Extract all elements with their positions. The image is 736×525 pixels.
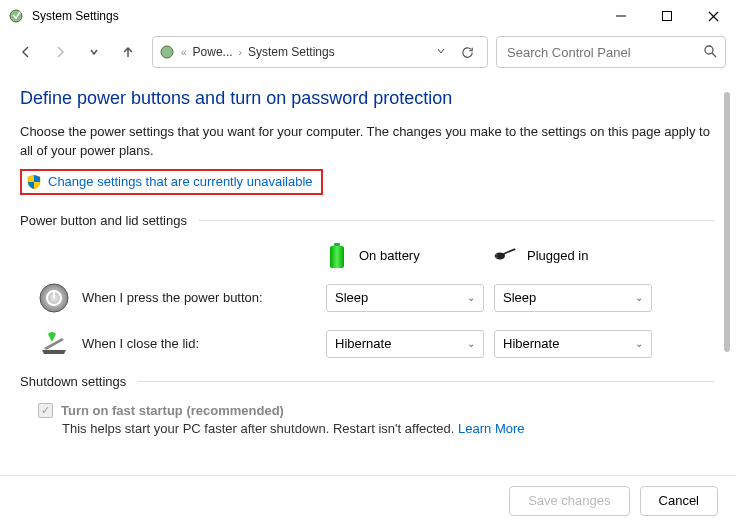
power-button-row: When I press the power button: Sleep ⌄ S… [20, 282, 714, 314]
section-header: Power button and lid settings [20, 213, 714, 228]
column-label: Plugged in [527, 248, 588, 263]
breadcrumb-sep-icon: « [181, 47, 187, 58]
search-icon[interactable] [703, 44, 717, 61]
svg-rect-12 [495, 257, 498, 258]
section-title: Shutdown settings [20, 374, 126, 389]
breadcrumb-item[interactable]: System Settings [248, 45, 335, 59]
lid-battery-select[interactable]: Hibernate ⌄ [326, 330, 484, 358]
svg-point-6 [705, 46, 713, 54]
scrollbar-thumb[interactable] [724, 92, 730, 352]
checkbox-description: This helps start your PC faster after sh… [62, 421, 458, 436]
forward-button[interactable] [44, 36, 76, 68]
fast-startup-checkbox: ✓ [38, 403, 53, 418]
checkbox-label: Turn on fast startup (recommended) [61, 403, 284, 418]
column-header-plugged: Plugged in [493, 242, 661, 270]
cancel-button[interactable]: Cancel [640, 486, 718, 516]
page-description: Choose the power settings that you want … [20, 123, 714, 161]
nav-toolbar: « Powe... › System Settings [0, 32, 736, 72]
address-bar[interactable]: « Powe... › System Settings [152, 36, 488, 68]
svg-point-5 [161, 46, 173, 58]
recent-dropdown[interactable] [78, 36, 110, 68]
power-button-icon [38, 282, 70, 314]
refresh-button[interactable] [453, 45, 481, 60]
column-label: On battery [359, 248, 420, 263]
svg-rect-8 [334, 243, 340, 246]
svg-point-0 [10, 10, 22, 22]
lid-plugged-select[interactable]: Hibernate ⌄ [494, 330, 652, 358]
section-header: Shutdown settings [20, 374, 714, 389]
row-label: When I close the lid: [82, 336, 326, 351]
save-button[interactable]: Save changes [509, 486, 629, 516]
change-settings-link[interactable]: Change settings that are currently unava… [48, 174, 313, 189]
chevron-down-icon: ⌄ [467, 292, 475, 303]
minimize-button[interactable] [598, 0, 644, 32]
svg-line-7 [712, 53, 716, 57]
folder-icon [159, 44, 175, 60]
svg-rect-2 [663, 12, 672, 21]
section-title: Power button and lid settings [20, 213, 187, 228]
chevron-down-icon: ⌄ [467, 338, 475, 349]
check-icon: ✓ [41, 404, 50, 417]
power-button-battery-select[interactable]: Sleep ⌄ [326, 284, 484, 312]
learn-more-link[interactable]: Learn More [458, 421, 524, 436]
shield-icon [26, 174, 42, 190]
footer-bar: Save changes Cancel [0, 475, 736, 525]
row-label: When I press the power button: [82, 290, 326, 305]
page-title: Define power buttons and turn on passwor… [20, 88, 714, 109]
back-button[interactable] [10, 36, 42, 68]
titlebar: System Settings [0, 0, 736, 32]
up-button[interactable] [112, 36, 144, 68]
content-area: Define power buttons and turn on passwor… [20, 88, 714, 467]
battery-icon [325, 242, 349, 270]
window-title: System Settings [32, 9, 598, 23]
laptop-lid-icon [38, 328, 70, 360]
lid-close-row: When I close the lid: Hibernate ⌄ Hibern… [20, 328, 714, 360]
maximize-button[interactable] [644, 0, 690, 32]
svg-rect-9 [330, 246, 344, 268]
search-input[interactable] [505, 44, 703, 61]
highlighted-link-box: Change settings that are currently unava… [20, 169, 323, 195]
search-box[interactable] [496, 36, 726, 68]
app-icon [8, 8, 24, 24]
chevron-down-icon[interactable] [435, 45, 447, 60]
plug-icon [493, 242, 517, 270]
power-button-plugged-select[interactable]: Sleep ⌄ [494, 284, 652, 312]
close-button[interactable] [690, 0, 736, 32]
column-header-battery: On battery [325, 242, 493, 270]
breadcrumb-item[interactable]: Powe... [193, 45, 233, 59]
chevron-down-icon: ⌄ [635, 292, 643, 303]
svg-rect-11 [495, 254, 498, 255]
chevron-down-icon: ⌄ [635, 338, 643, 349]
chevron-right-icon: › [239, 47, 242, 58]
